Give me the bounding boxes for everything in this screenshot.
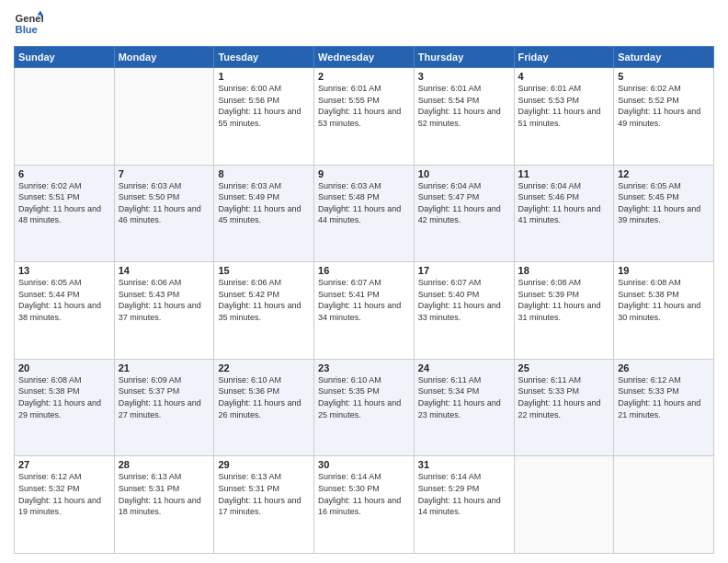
- cell-info: Sunrise: 6:13 AM Sunset: 5:31 PM Dayligh…: [119, 471, 210, 517]
- calendar-cell: 14Sunrise: 6:06 AM Sunset: 5:43 PM Dayli…: [114, 262, 214, 360]
- weekday-header-tuesday: Tuesday: [214, 47, 314, 68]
- cell-info: Sunrise: 6:10 AM Sunset: 5:36 PM Dayligh…: [218, 374, 310, 420]
- weekday-header-thursday: Thursday: [414, 47, 514, 68]
- day-number: 1: [218, 71, 310, 82]
- cell-info: Sunrise: 6:05 AM Sunset: 5:45 PM Dayligh…: [618, 180, 710, 226]
- cell-info: Sunrise: 6:07 AM Sunset: 5:40 PM Dayligh…: [418, 277, 510, 323]
- day-number: 12: [618, 168, 710, 179]
- cell-info: Sunrise: 6:10 AM Sunset: 5:35 PM Dayligh…: [318, 374, 410, 420]
- day-number: 25: [518, 362, 610, 373]
- cell-info: Sunrise: 6:01 AM Sunset: 5:55 PM Dayligh…: [318, 83, 410, 129]
- day-number: 31: [418, 459, 510, 470]
- calendar-cell: 25Sunrise: 6:11 AM Sunset: 5:33 PM Dayli…: [514, 359, 614, 456]
- day-number: 4: [518, 71, 610, 82]
- logo: General Blue: [14, 9, 47, 39]
- calendar-cell: 28Sunrise: 6:13 AM Sunset: 5:31 PM Dayli…: [114, 456, 214, 554]
- cell-info: Sunrise: 6:06 AM Sunset: 5:42 PM Dayligh…: [218, 277, 310, 323]
- cell-info: Sunrise: 6:06 AM Sunset: 5:43 PM Dayligh…: [119, 277, 210, 323]
- day-number: 6: [18, 168, 110, 179]
- cell-info: Sunrise: 6:07 AM Sunset: 5:41 PM Dayligh…: [318, 277, 410, 323]
- calendar-cell: 13Sunrise: 6:05 AM Sunset: 5:44 PM Dayli…: [15, 262, 115, 360]
- calendar-cell: 26Sunrise: 6:12 AM Sunset: 5:33 PM Dayli…: [614, 359, 714, 456]
- calendar-cell: 3Sunrise: 6:01 AM Sunset: 5:54 PM Daylig…: [414, 68, 514, 166]
- calendar-cell: [514, 456, 614, 554]
- day-number: 24: [418, 362, 510, 373]
- svg-text:Blue: Blue: [16, 24, 38, 35]
- day-number: 11: [518, 168, 610, 179]
- page: General Blue SundayMondayTuesdayWednesda…: [0, 0, 728, 563]
- day-number: 23: [318, 362, 410, 373]
- calendar-cell: 29Sunrise: 6:13 AM Sunset: 5:31 PM Dayli…: [214, 456, 314, 554]
- calendar-cell: 10Sunrise: 6:04 AM Sunset: 5:47 PM Dayli…: [414, 165, 514, 262]
- weekday-header-friday: Friday: [514, 47, 614, 68]
- weekday-header-sunday: Sunday: [15, 47, 115, 68]
- calendar-cell: 22Sunrise: 6:10 AM Sunset: 5:36 PM Dayli…: [214, 359, 314, 456]
- cell-info: Sunrise: 6:13 AM Sunset: 5:31 PM Dayligh…: [218, 471, 310, 517]
- calendar-cell: 15Sunrise: 6:06 AM Sunset: 5:42 PM Dayli…: [214, 262, 314, 360]
- cell-info: Sunrise: 6:08 AM Sunset: 5:38 PM Dayligh…: [618, 277, 710, 323]
- logo-icon: General Blue: [14, 9, 43, 39]
- day-number: 13: [18, 265, 110, 276]
- day-number: 15: [218, 265, 310, 276]
- calendar-cell: 8Sunrise: 6:03 AM Sunset: 5:49 PM Daylig…: [214, 165, 314, 262]
- cell-info: Sunrise: 6:11 AM Sunset: 5:34 PM Dayligh…: [418, 374, 510, 420]
- day-number: 10: [418, 168, 510, 179]
- cell-info: Sunrise: 6:08 AM Sunset: 5:39 PM Dayligh…: [518, 277, 610, 323]
- calendar-cell: 9Sunrise: 6:03 AM Sunset: 5:48 PM Daylig…: [314, 165, 415, 262]
- calendar-cell: 27Sunrise: 6:12 AM Sunset: 5:32 PM Dayli…: [15, 456, 115, 554]
- calendar-cell: 31Sunrise: 6:14 AM Sunset: 5:29 PM Dayli…: [414, 456, 514, 554]
- day-number: 8: [218, 168, 310, 179]
- cell-info: Sunrise: 6:12 AM Sunset: 5:33 PM Dayligh…: [618, 374, 710, 420]
- day-number: 20: [18, 362, 110, 373]
- cell-info: Sunrise: 6:14 AM Sunset: 5:29 PM Dayligh…: [418, 471, 510, 517]
- day-number: 7: [119, 168, 210, 179]
- weekday-header-saturday: Saturday: [614, 47, 714, 68]
- day-number: 21: [119, 362, 210, 373]
- day-number: 22: [218, 362, 310, 373]
- calendar-cell: 16Sunrise: 6:07 AM Sunset: 5:41 PM Dayli…: [314, 262, 415, 360]
- cell-info: Sunrise: 6:03 AM Sunset: 5:48 PM Dayligh…: [318, 180, 410, 226]
- day-number: 29: [218, 459, 310, 470]
- cell-info: Sunrise: 6:12 AM Sunset: 5:32 PM Dayligh…: [18, 471, 110, 517]
- weekday-header-wednesday: Wednesday: [314, 47, 415, 68]
- calendar-cell: 11Sunrise: 6:04 AM Sunset: 5:46 PM Dayli…: [514, 165, 614, 262]
- weekday-header-monday: Monday: [114, 47, 214, 68]
- calendar-cell: 23Sunrise: 6:10 AM Sunset: 5:35 PM Dayli…: [314, 359, 415, 456]
- cell-info: Sunrise: 6:03 AM Sunset: 5:49 PM Dayligh…: [218, 180, 310, 226]
- cell-info: Sunrise: 6:03 AM Sunset: 5:50 PM Dayligh…: [119, 180, 210, 226]
- day-number: 5: [618, 71, 710, 82]
- calendar-cell: [15, 68, 115, 166]
- cell-info: Sunrise: 6:14 AM Sunset: 5:30 PM Dayligh…: [318, 471, 410, 517]
- cell-info: Sunrise: 6:05 AM Sunset: 5:44 PM Dayligh…: [18, 277, 110, 323]
- cell-info: Sunrise: 6:01 AM Sunset: 5:53 PM Dayligh…: [518, 83, 610, 129]
- day-number: 9: [318, 168, 410, 179]
- cell-info: Sunrise: 6:04 AM Sunset: 5:46 PM Dayligh…: [518, 180, 610, 226]
- calendar-cell: 19Sunrise: 6:08 AM Sunset: 5:38 PM Dayli…: [614, 262, 714, 360]
- cell-info: Sunrise: 6:08 AM Sunset: 5:38 PM Dayligh…: [18, 374, 110, 420]
- day-number: 17: [418, 265, 510, 276]
- calendar-cell: 24Sunrise: 6:11 AM Sunset: 5:34 PM Dayli…: [414, 359, 514, 456]
- calendar-cell: 20Sunrise: 6:08 AM Sunset: 5:38 PM Dayli…: [15, 359, 115, 456]
- calendar-cell: 1Sunrise: 6:00 AM Sunset: 5:56 PM Daylig…: [214, 68, 314, 166]
- calendar-cell: 5Sunrise: 6:02 AM Sunset: 5:52 PM Daylig…: [614, 68, 714, 166]
- calendar-cell: 17Sunrise: 6:07 AM Sunset: 5:40 PM Dayli…: [414, 262, 514, 360]
- header: General Blue: [14, 9, 714, 39]
- day-number: 27: [18, 459, 110, 470]
- calendar-cell: 4Sunrise: 6:01 AM Sunset: 5:53 PM Daylig…: [514, 68, 614, 166]
- day-number: 3: [418, 71, 510, 82]
- cell-info: Sunrise: 6:09 AM Sunset: 5:37 PM Dayligh…: [119, 374, 210, 420]
- cell-info: Sunrise: 6:11 AM Sunset: 5:33 PM Dayligh…: [518, 374, 610, 420]
- calendar-table: SundayMondayTuesdayWednesdayThursdayFrid…: [14, 46, 714, 554]
- cell-info: Sunrise: 6:00 AM Sunset: 5:56 PM Dayligh…: [218, 83, 310, 129]
- calendar-cell: 18Sunrise: 6:08 AM Sunset: 5:39 PM Dayli…: [514, 262, 614, 360]
- cell-info: Sunrise: 6:02 AM Sunset: 5:52 PM Dayligh…: [618, 83, 710, 129]
- cell-info: Sunrise: 6:02 AM Sunset: 5:51 PM Dayligh…: [18, 180, 110, 226]
- day-number: 16: [318, 265, 410, 276]
- calendar-cell: 30Sunrise: 6:14 AM Sunset: 5:30 PM Dayli…: [314, 456, 415, 554]
- day-number: 26: [618, 362, 710, 373]
- cell-info: Sunrise: 6:01 AM Sunset: 5:54 PM Dayligh…: [418, 83, 510, 129]
- calendar-cell: 12Sunrise: 6:05 AM Sunset: 5:45 PM Dayli…: [614, 165, 714, 262]
- calendar-cell: [614, 456, 714, 554]
- calendar-cell: 21Sunrise: 6:09 AM Sunset: 5:37 PM Dayli…: [114, 359, 214, 456]
- day-number: 14: [119, 265, 210, 276]
